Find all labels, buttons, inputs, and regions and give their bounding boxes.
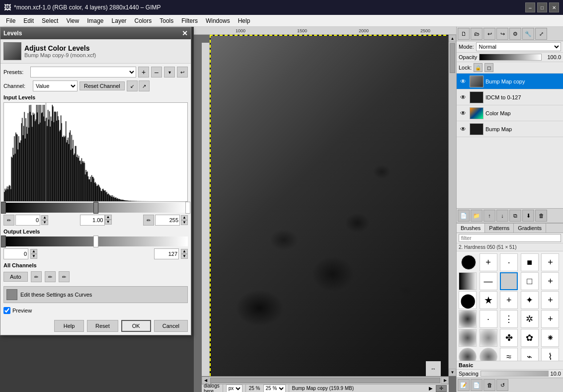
units-select[interactable]: px <box>226 385 242 392</box>
brush-26[interactable] <box>480 348 497 361</box>
opacity-slider[interactable] <box>479 54 542 61</box>
input-max-field[interactable] <box>155 215 180 226</box>
raise-layer-button[interactable]: ↑ <box>483 210 495 222</box>
canvas-scrollbar-horizontal[interactable]: ◀ ▶ <box>202 377 449 384</box>
brush-filter-input[interactable] <box>459 234 561 242</box>
brush-27[interactable]: ≈ <box>500 348 518 361</box>
spacing-slider[interactable] <box>481 371 549 377</box>
presets-select[interactable] <box>30 67 136 78</box>
menu-view[interactable]: View <box>62 16 83 25</box>
layer-item-bump-map-copy[interactable]: 👁 Bump Map copy <box>457 74 563 89</box>
canvas-corner-button[interactable]: ↔ <box>426 361 441 376</box>
layer-visibility-3[interactable]: 👁 <box>459 109 468 118</box>
input-gamma-up[interactable]: ▲ <box>105 215 112 220</box>
tab-patterns[interactable]: Patterns <box>485 224 514 233</box>
brush-19[interactable]: + <box>541 310 559 328</box>
brush-1[interactable] <box>461 255 476 270</box>
input-gamma-down[interactable]: ▼ <box>105 220 112 225</box>
brush-6[interactable] <box>459 272 477 290</box>
brush-10[interactable]: + <box>541 272 559 290</box>
menu-colors[interactable]: Colors <box>131 16 156 25</box>
menu-edit[interactable]: Edit <box>19 16 38 25</box>
zoom-select[interactable]: 25 % <box>263 385 286 392</box>
menu-help[interactable]: Help <box>234 16 254 25</box>
input-max-up[interactable]: ▲ <box>181 215 188 220</box>
input-min-up[interactable]: ▲ <box>41 215 48 220</box>
output-max-down[interactable]: ▼ <box>181 254 188 259</box>
input-gamma-slider[interactable] <box>93 202 98 214</box>
reset-button[interactable]: Reset <box>87 320 118 332</box>
help-button[interactable]: Help <box>54 320 84 332</box>
delete-layer-button[interactable]: 🗑 <box>535 210 547 222</box>
brush-5[interactable]: + <box>541 253 559 271</box>
brush-selected[interactable] <box>500 272 518 290</box>
channel-select[interactable]: Value <box>33 80 78 91</box>
brush-action-1[interactable]: 📝 <box>458 379 470 391</box>
brush-24[interactable]: ⁕ <box>541 329 559 347</box>
tab-brushes[interactable]: Brushes <box>457 224 485 233</box>
output-levels-slider[interactable] <box>3 236 188 246</box>
lock-pixels-button[interactable]: 🔒 <box>474 63 483 72</box>
brush-9[interactable]: □ <box>521 272 539 290</box>
brush-25[interactable] <box>459 348 477 361</box>
output-min-up[interactable]: ▲ <box>30 249 37 254</box>
tool-open[interactable]: 🗁 <box>471 28 483 40</box>
tool-new[interactable]: 🗋 <box>458 28 470 40</box>
layer-visibility-2[interactable]: 👁 <box>459 93 468 102</box>
auto-black-picker[interactable]: ✏ <box>31 271 42 282</box>
ok-button[interactable]: OK <box>121 320 151 332</box>
reset-channel-button[interactable]: Reset Channel <box>80 81 125 90</box>
menu-tools[interactable]: Tools <box>156 16 177 25</box>
menu-image[interactable]: Image <box>83 16 107 25</box>
new-layer-group-button[interactable]: 📁 <box>471 210 483 222</box>
scroll-up-button[interactable]: ▲ <box>449 35 456 42</box>
brush-star-large[interactable]: ⬤ <box>459 291 477 309</box>
auto-white-picker[interactable]: ✏ <box>59 271 70 282</box>
tab-gradients[interactable]: Gradients <box>514 224 546 233</box>
scroll-thumb-vertical[interactable] <box>450 43 455 73</box>
duplicate-layer-button[interactable]: ⧉ <box>509 210 521 222</box>
brush-7[interactable]: — <box>480 272 497 290</box>
input-gamma-field[interactable] <box>80 215 105 226</box>
layer-visibility-4[interactable]: 👁 <box>459 125 468 134</box>
new-layer-button[interactable]: 📄 <box>458 210 470 222</box>
tool-redo[interactable]: ↪ <box>496 28 508 40</box>
tool-extra2[interactable]: 🔧 <box>522 28 534 40</box>
layer-item-idcm[interactable]: 👁 IDCM to 0-127 <box>457 89 563 105</box>
output-min-down[interactable]: ▼ <box>30 254 37 259</box>
edit-curves-button[interactable]: Edit these Settings as Curves <box>3 286 188 303</box>
brush-3[interactable]: · <box>500 253 518 271</box>
mode-select[interactable]: Normal <box>476 42 561 51</box>
brush-action-3[interactable]: 🗑 <box>483 379 495 391</box>
brush-16[interactable]: · <box>480 310 497 328</box>
brush-4[interactable]: ■ <box>521 253 539 271</box>
brush-2[interactable]: + <box>480 253 497 271</box>
brush-star[interactable]: ★ <box>480 291 497 309</box>
input-levels-slider[interactable] <box>3 203 188 213</box>
maximize-button[interactable]: □ <box>537 2 547 12</box>
preview-checkbox[interactable] <box>3 307 10 314</box>
black-picker-button[interactable]: ✏ <box>3 215 14 226</box>
brush-28[interactable]: ⌁ <box>521 348 539 361</box>
close-button-window[interactable]: ✕ <box>549 2 559 12</box>
input-min-field[interactable] <box>15 215 40 226</box>
layer-visibility-1[interactable]: 👁 <box>459 77 468 86</box>
layer-item-color-map[interactable]: 👁 Color Map <box>457 105 563 121</box>
minimize-button[interactable]: – <box>525 2 535 12</box>
brush-13[interactable]: ✦ <box>521 291 539 309</box>
tool-fullscreen[interactable]: ⤢ <box>535 28 547 40</box>
cancel-button[interactable]: Cancel <box>154 320 188 332</box>
merge-layer-button[interactable]: ⬇ <box>522 210 534 222</box>
brush-17[interactable]: ⋮ <box>500 310 518 328</box>
input-min-down[interactable]: ▼ <box>41 220 48 225</box>
menu-select[interactable]: Select <box>38 16 62 25</box>
output-black-slider[interactable] <box>1 235 6 247</box>
navigate-button[interactable]: ✛ <box>436 385 447 392</box>
brush-21[interactable] <box>480 329 497 347</box>
input-black-slider[interactable] <box>1 202 6 214</box>
brush-14[interactable]: + <box>541 291 559 309</box>
brush-action-2[interactable]: 📄 <box>471 379 483 391</box>
brush-15[interactable] <box>459 310 477 328</box>
menu-windows[interactable]: Windows <box>202 16 234 25</box>
layer-item-bump-map[interactable]: 👁 Bump Map <box>457 121 563 137</box>
